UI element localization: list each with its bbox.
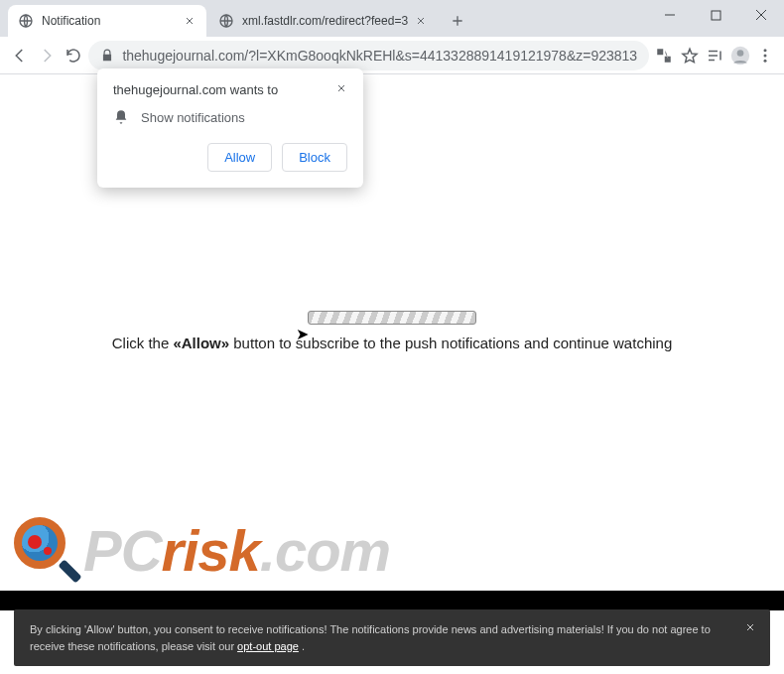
window-controls	[647, 0, 784, 30]
close-icon[interactable]	[414, 14, 428, 28]
permission-item: Show notifications	[141, 110, 245, 125]
tab-active[interactable]: Notification	[8, 5, 206, 37]
svg-point-5	[764, 49, 767, 52]
star-icon[interactable]	[679, 42, 701, 69]
consent-text: By clicking 'Allow' button, you consent …	[30, 623, 711, 652]
permission-title: thehugejournal.com wants to	[113, 82, 278, 97]
translate-icon[interactable]	[653, 42, 675, 69]
permission-prompt: thehugejournal.com wants to Show notific…	[97, 68, 363, 188]
watermark-c: C	[121, 517, 162, 584]
bell-icon	[113, 109, 129, 125]
close-icon[interactable]	[744, 621, 756, 633]
url-text: thehugejournal.com/?l=XKmG8ooqkNkREHl&s=…	[122, 48, 637, 64]
page-body: Click the «Allow» button to subscribe to…	[0, 311, 784, 352]
consent-tail: .	[302, 640, 305, 652]
new-tab-button[interactable]	[444, 7, 471, 35]
lock-icon	[100, 49, 114, 63]
watermark-p: P	[83, 517, 121, 584]
svg-point-6	[764, 54, 767, 57]
forward-button[interactable]	[35, 41, 58, 70]
globe-icon	[218, 13, 234, 29]
svg-point-7	[764, 59, 767, 62]
watermark-logo: P C risk .com	[12, 515, 390, 585]
globe-icon	[18, 13, 34, 29]
watermark-dotcom: .com	[260, 517, 390, 584]
window-close-button[interactable]	[738, 0, 784, 30]
instruction-pre: Click the	[112, 335, 174, 351]
browser-tabstrip: Notification xml.fastdlr.com/redirect?fe…	[0, 0, 784, 37]
consent-banner: By clicking 'Allow' button, you consent …	[14, 609, 770, 666]
tab-inactive[interactable]: xml.fastdlr.com/redirect?feed=3	[208, 5, 438, 37]
svg-rect-2	[712, 11, 720, 20]
menu-icon[interactable]	[754, 42, 776, 69]
divider-bar	[0, 591, 784, 610]
opt-out-link[interactable]: opt-out page	[237, 640, 299, 652]
close-icon[interactable]	[335, 82, 347, 97]
page-content: thehugejournal.com wants to Show notific…	[0, 74, 784, 674]
profile-avatar-icon[interactable]	[729, 42, 751, 69]
instruction-post: button to subscribe to the push notifica…	[229, 335, 672, 351]
tab-title: Notification	[42, 14, 177, 28]
minimize-button[interactable]	[647, 0, 693, 30]
progress-bar	[308, 311, 476, 325]
reading-list-icon[interactable]	[704, 42, 725, 69]
watermark-risk: risk	[162, 517, 260, 584]
back-button[interactable]	[8, 41, 31, 70]
omnibox[interactable]: thehugejournal.com/?l=XKmG8ooqkNkREHl&s=…	[88, 41, 649, 70]
block-button[interactable]: Block	[282, 143, 347, 172]
instruction-text: Click the «Allow» button to subscribe to…	[0, 335, 784, 352]
maximize-button[interactable]	[693, 0, 738, 30]
reload-button[interactable]	[62, 41, 84, 70]
instruction-bold: «Allow»	[173, 335, 229, 351]
svg-point-4	[736, 50, 743, 57]
magnifier-icon	[12, 515, 81, 585]
close-icon[interactable]	[183, 14, 196, 28]
allow-button[interactable]: Allow	[207, 143, 272, 172]
tab-title: xml.fastdlr.com/redirect?feed=3	[242, 14, 408, 28]
